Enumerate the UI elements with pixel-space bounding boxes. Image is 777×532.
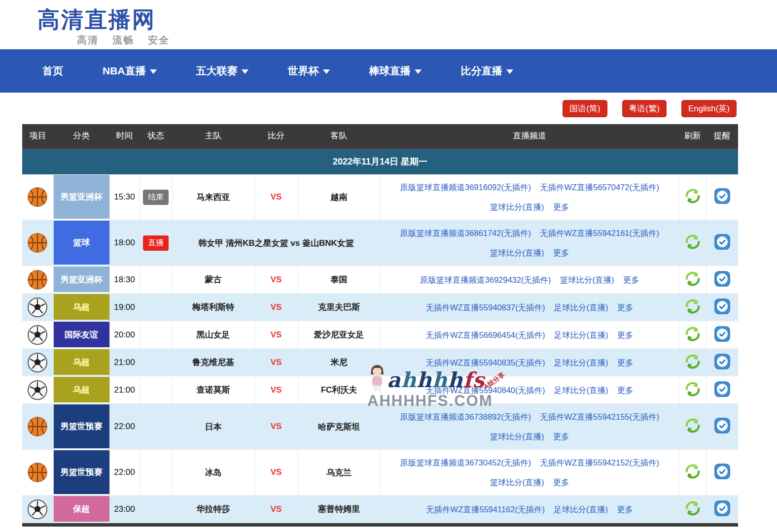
category-label[interactable]: 保超	[54, 496, 109, 522]
channel-link[interactable]: 无插件WZ直播55942161(无插件)	[540, 229, 659, 237]
channel-link[interactable]: 无插件WZ直播56696454(无插件)	[425, 331, 545, 339]
channel-link[interactable]: 篮球比分(直播)	[490, 248, 544, 257]
remind-button[interactable]	[714, 418, 730, 435]
remind-button[interactable]	[714, 381, 730, 399]
channel-link[interactable]: 篮球比分(直播)	[490, 202, 544, 211]
channel-link[interactable]: 更多	[553, 478, 569, 487]
category-label[interactable]: 乌超	[54, 377, 109, 402]
channel-link[interactable]: 无插件WZ直播56570472(无插件)	[540, 183, 659, 192]
channel-link[interactable]: 无插件WZ直播55942155(无插件)	[540, 412, 659, 421]
refresh-button[interactable]	[684, 353, 701, 371]
refresh-button[interactable]	[684, 500, 701, 518]
remind-cell	[706, 376, 738, 404]
channel-link[interactable]: 篮球比分(直播)	[490, 478, 544, 487]
category-label[interactable]: 乌超	[54, 349, 109, 375]
nav-item-top5-leagues[interactable]: 五大联赛	[196, 64, 248, 78]
nav-item-nba[interactable]: NBA直播	[103, 64, 157, 78]
category-cell: 男篮亚洲杯	[53, 266, 109, 294]
lang-button-english[interactable]: English(英)	[681, 100, 737, 117]
remind-button[interactable]	[714, 299, 730, 316]
status-cell	[140, 266, 172, 294]
channel-link[interactable]: 更多	[617, 386, 634, 395]
channel-link[interactable]: 原版篮球直播频道36929432(无插件)	[420, 275, 551, 284]
channel-link[interactable]: 原版篮球直播频道36738892(无插件)	[400, 412, 531, 421]
lang-button-mandarin[interactable]: 国语(简)	[563, 100, 607, 117]
channel-link[interactable]: 更多	[553, 202, 569, 211]
football-icon	[27, 352, 48, 373]
channel-link[interactable]: 更多	[617, 358, 634, 367]
nav-item-baseball[interactable]: 棒球直播	[369, 64, 422, 78]
nav-item-scores[interactable]: 比分直播	[461, 64, 513, 78]
refresh-button[interactable]	[684, 326, 701, 344]
channel-link[interactable]: 篮球比分(直播)	[490, 432, 544, 441]
channel-link[interactable]: 无插件WZ直播55940835(无插件)	[425, 358, 545, 367]
refresh-button[interactable]	[684, 270, 701, 289]
remind-button[interactable]	[714, 326, 730, 343]
lang-button-cantonese[interactable]: 粤语(繁)	[622, 100, 667, 117]
vs-label: VS	[254, 294, 298, 321]
channel-link[interactable]: 原版篮球直播频道36730452(无插件)	[400, 458, 531, 467]
site-logo[interactable]: 高清直播网	[37, 5, 156, 34]
home-team: 蒙古	[172, 266, 254, 294]
nav-item-label: 比分直播	[461, 64, 502, 78]
channel-link[interactable]: 篮球比分(直播)	[560, 275, 614, 284]
category-label[interactable]: 篮球	[54, 221, 109, 265]
refresh-cell	[679, 294, 706, 321]
alarm-clock-icon	[714, 299, 730, 314]
refresh-button[interactable]	[684, 188, 701, 206]
channel-link[interactable]: 无插件WZ直播55940840(无插件)	[425, 386, 545, 395]
channel-link[interactable]: 足球比分(直播)	[554, 386, 608, 395]
remind-button[interactable]	[714, 234, 730, 251]
channel-link[interactable]: 更多	[553, 248, 569, 257]
channel-link[interactable]: 更多	[617, 303, 634, 312]
main-nav: 首页 NBA直播 五大联赛 世界杯 棒球直播 比分直播	[0, 49, 777, 93]
football-icon	[27, 499, 48, 520]
channel-link[interactable]: 更多	[617, 505, 633, 514]
schedule-table-wrap: 项目 分类 时间 状态 主队 比分 客队 直播频道 刷新 提醒 2022年11月…	[22, 124, 755, 527]
home-team: 冰岛	[172, 450, 254, 496]
alarm-clock-icon	[714, 354, 730, 369]
channel-link[interactable]: 足球比分(直播)	[554, 505, 608, 514]
category-label[interactable]: 男篮世预赛	[54, 404, 109, 448]
category-label[interactable]: 男篮亚洲杯	[54, 266, 109, 292]
away-team: 越南	[298, 174, 380, 220]
channel-link[interactable]: 原版篮球直播频道36861742(无插件)	[400, 229, 531, 237]
alarm-clock-icon	[714, 188, 730, 204]
col-header-home: 主队	[172, 124, 254, 148]
channel-link[interactable]: 足球比分(直播)	[554, 303, 608, 312]
category-label[interactable]: 乌超	[54, 294, 109, 320]
channel-list: 无插件WZ直播56696454(无插件)足球比分(直播)更多	[380, 321, 679, 349]
channel-link[interactable]: 无插件WZ直播55940837(无插件)	[425, 303, 545, 312]
channel-link[interactable]: 更多	[617, 331, 634, 339]
status-cell: 直播	[140, 220, 172, 266]
channel-link[interactable]: 无插件WZ直播55941162(无插件)	[426, 505, 545, 514]
away-team: 塞普特姆里	[298, 496, 380, 523]
refresh-cell	[679, 496, 706, 523]
channel-link[interactable]: 足球比分(直播)	[554, 358, 608, 367]
channel-link[interactable]: 更多	[623, 275, 639, 284]
channel-link[interactable]: 足球比分(直播)	[554, 331, 608, 339]
remind-button[interactable]	[714, 500, 730, 518]
home-team: 黑山女足	[172, 321, 254, 349]
away-team: 泰国	[298, 266, 380, 294]
category-label[interactable]: 国际友谊	[54, 322, 109, 347]
refresh-button[interactable]	[684, 233, 701, 252]
refresh-button[interactable]	[684, 298, 701, 316]
category-label[interactable]: 男篮亚洲杯	[54, 175, 109, 219]
remind-button[interactable]	[714, 188, 730, 205]
channel-link[interactable]: 无插件WZ直播55942152(无插件)	[540, 458, 659, 467]
match-time: 15:30	[109, 174, 140, 220]
remind-button[interactable]	[714, 271, 730, 288]
refresh-button[interactable]	[684, 381, 701, 399]
match-row: 男篮世预赛 22:00 日本 VS 哈萨克斯坦 原版篮球直播频道36738892…	[22, 404, 738, 450]
remind-button[interactable]	[714, 464, 730, 481]
refresh-button[interactable]	[684, 463, 701, 481]
nav-item-home[interactable]: 首页	[42, 64, 63, 78]
nav-item-worldcup[interactable]: 世界杯	[288, 64, 330, 78]
channel-link[interactable]: 原版篮球直播频道36916092(无插件)	[400, 183, 531, 192]
refresh-cell	[679, 174, 706, 220]
remind-button[interactable]	[714, 354, 730, 371]
category-label[interactable]: 男篮世预赛	[54, 450, 109, 494]
channel-link[interactable]: 更多	[553, 432, 569, 441]
refresh-button[interactable]	[684, 417, 701, 435]
